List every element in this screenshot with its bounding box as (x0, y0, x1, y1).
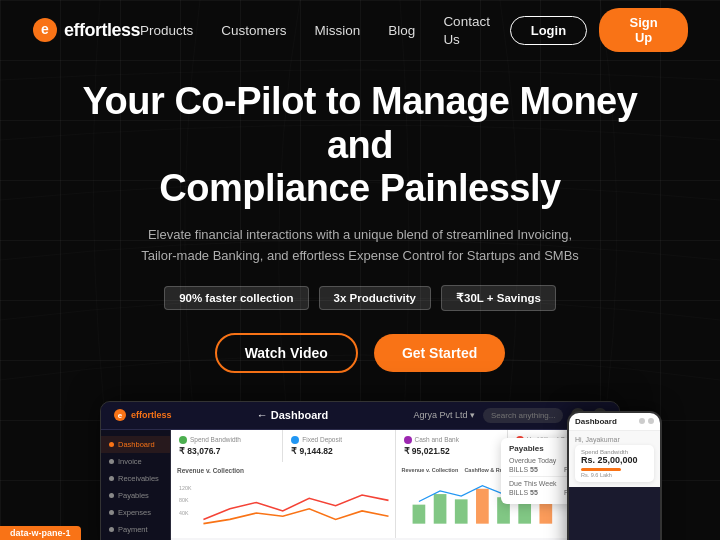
svg-text:40K: 40K (179, 510, 189, 516)
stat-fd: Fixed Deposit ₹ 9,144.82 (283, 430, 394, 462)
mobile-greeting: Hi, Jayakumar (575, 436, 654, 443)
sidebar-dot (109, 527, 114, 532)
svg-rect-7 (412, 504, 425, 523)
nav-actions: Login Sign Up (510, 8, 688, 52)
db-sidebar: Dashboard Invoice Receivables Payables E… (101, 430, 171, 540)
stat-spend-value: ₹ 83,076.7 (179, 446, 274, 456)
sidebar-item-dashboard[interactable]: Dashboard (101, 436, 170, 453)
logo-icon: e (32, 17, 58, 43)
logo[interactable]: e effortless (32, 17, 140, 43)
dashboard-topbar: e effortless ← Dashboard Agrya Pvt Ltd ▾ (101, 402, 619, 430)
hero-title-line1: Your Co-Pilot to Manage Money and (83, 80, 638, 166)
sidebar-dot (109, 476, 114, 481)
sidebar-item-invoice[interactable]: Invoice (101, 453, 170, 470)
nav-mission[interactable]: Mission (315, 23, 361, 38)
hero-subtitle: Elevate financial interactions with a un… (130, 225, 590, 267)
nav-contact[interactable]: Contact Us (443, 14, 490, 47)
badges-row: 90% faster collection 3x Productivity ₹3… (60, 285, 660, 311)
dashboard-title: ← Dashboard (180, 409, 406, 421)
svg-text:e: e (118, 411, 123, 420)
svg-text:e: e (41, 21, 49, 37)
sidebar-dot (109, 493, 114, 498)
stat-cash-value: ₹ 95,021.52 (404, 446, 499, 456)
mobile-body: Hi, Jayakumar Spend Bandwidth Rs. 25,00,… (569, 431, 660, 487)
sidebar-label-invoice: Invoice (118, 457, 142, 466)
svg-rect-10 (476, 488, 489, 523)
cta-buttons: Watch Video Get Started (60, 333, 660, 373)
db-main-content: Spend Bandwidth ₹ 83,076.7 Fixed Deposit… (171, 430, 619, 540)
svg-rect-9 (454, 499, 467, 523)
stat-cash-label: Cash and Bank (404, 436, 499, 444)
badge-productivity: 3x Productivity (319, 286, 431, 310)
hero-section: Your Co-Pilot to Manage Money and Compli… (0, 60, 720, 373)
stat-icon-green (179, 436, 187, 444)
sidebar-label-payables: Payables (118, 491, 149, 500)
svg-text:80K: 80K (179, 497, 189, 503)
hero-title: Your Co-Pilot to Manage Money and Compli… (60, 80, 660, 211)
db-search-input[interactable] (483, 408, 563, 423)
chart-revenue-title: Revenue v. Collection (177, 467, 389, 474)
mobile-progress-bar (581, 468, 621, 471)
sidebar-item-payment[interactable]: Payment (101, 521, 170, 538)
chart-revenue: Revenue v. Collection 120K 80K 40K (171, 462, 395, 538)
brand-name: effortless (64, 20, 140, 41)
login-button[interactable]: Login (510, 16, 587, 45)
watch-video-button[interactable]: Watch Video (215, 333, 358, 373)
nav-customers[interactable]: Customers (221, 23, 286, 38)
mobile-icons (639, 418, 654, 424)
sidebar-label-expenses: Expenses (118, 508, 151, 517)
sidebar-label-dashboard: Dashboard (118, 440, 155, 449)
dashboard-body: Dashboard Invoice Receivables Payables E… (101, 430, 619, 540)
mobile-menu-icon (648, 418, 654, 424)
sidebar-label-receivables: Receivables (118, 474, 159, 483)
mobile-mockup: Dashboard Hi, Jayakumar Spend Bandwidth … (567, 411, 662, 540)
badge-savings: ₹30L + Savings (441, 285, 556, 311)
stat-spend: Spend Bandwidth ₹ 83,076.7 (171, 430, 282, 462)
nav-products[interactable]: Products (140, 23, 193, 38)
stat-icon-purple (404, 436, 412, 444)
stat-cash: Cash and Bank ₹ 95,021.52 (396, 430, 507, 462)
sidebar-dot (109, 510, 114, 515)
stat-spend-label: Spend Bandwidth (179, 436, 274, 444)
stat-fd-label: Fixed Deposit (291, 436, 386, 444)
db-logo: e effortless (113, 408, 172, 422)
mobile-topbar: Dashboard (569, 413, 660, 431)
db-brand: effortless (131, 410, 172, 420)
nav-blog[interactable]: Blog (388, 23, 415, 38)
hero-title-line2: Compliance Painlessly (159, 167, 560, 209)
sidebar-label-payment: Payment (118, 525, 148, 534)
sidebar-item-expenses[interactable]: Expenses (101, 504, 170, 521)
charts-area: Revenue v. Collection 120K 80K 40K (171, 462, 619, 538)
svg-rect-8 (433, 494, 446, 524)
signup-button[interactable]: Sign Up (599, 8, 688, 52)
nav-links: Products Customers Mission Blog Contact … (140, 12, 510, 48)
sidebar-item-payables[interactable]: Payables (101, 487, 170, 504)
dashboard-preview: e effortless ← Dashboard Agrya Pvt Ltd ▾… (0, 401, 720, 540)
stat-fd-value: ₹ 9,144.82 (291, 446, 386, 456)
svg-rect-12 (518, 501, 531, 523)
sidebar-dot (109, 442, 114, 447)
mobile-sub-label: Rs. 9.6 Lakh (581, 472, 648, 478)
db-logo-icon: e (113, 408, 127, 422)
revenue-chart-svg: 120K 80K 40K (177, 478, 389, 528)
stat-icon-blue (291, 436, 299, 444)
mobile-card-value: Rs. 25,00,000 (581, 455, 648, 465)
sidebar-dot (109, 459, 114, 464)
mobile-spend-card: Spend Bandwidth Rs. 25,00,000 Rs. 9.6 La… (575, 445, 654, 482)
bottom-tab-indicator: data-w-pane-1 (0, 526, 81, 540)
mobile-title: Dashboard (575, 417, 617, 426)
sidebar-item-receivables[interactable]: Receivables (101, 470, 170, 487)
navbar: e effortless Products Customers Mission … (0, 0, 720, 60)
badge-collection: 90% faster collection (164, 286, 308, 310)
mobile-search-icon (639, 418, 645, 424)
get-started-button[interactable]: Get Started (374, 334, 505, 372)
svg-text:120K: 120K (179, 484, 192, 490)
db-company: Agrya Pvt Ltd ▾ (413, 410, 475, 420)
dashboard-window: e effortless ← Dashboard Agrya Pvt Ltd ▾… (100, 401, 620, 540)
